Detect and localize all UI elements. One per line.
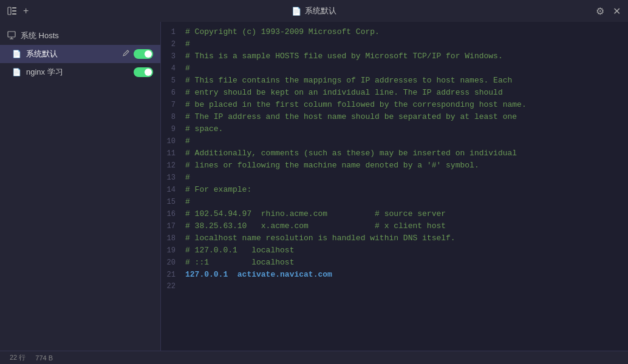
title-bar: + 📄 系统默认 ⚙ ✕	[0, 0, 628, 22]
line-number-16: 16	[161, 210, 185, 218]
title-text: 系统默认	[305, 5, 336, 16]
code-line-19: 19# 127.0.0.1 localhost	[161, 245, 628, 257]
code-line-22: 22	[161, 281, 628, 294]
line-number-7: 7	[161, 101, 185, 109]
line-number-12: 12	[161, 161, 185, 170]
line-number-18: 18	[161, 234, 185, 243]
code-line-17: 17# 38.25.63.10 x.acme.com # x client ho…	[161, 221, 628, 233]
sidebar-toggle-1[interactable]	[134, 49, 153, 59]
sidebar-item-icons-1	[122, 49, 153, 59]
code-line-10: 10#	[161, 136, 628, 148]
svg-rect-4	[8, 32, 15, 37]
code-line-14: 14# For example:	[161, 184, 628, 197]
line-number-2: 2	[161, 40, 185, 49]
editor[interactable]: 1# Copyright (c) 1993-2009 Microsoft Cor…	[161, 22, 628, 351]
sidebar-computer-icon	[7, 31, 16, 41]
line-content-21: 127.0.0.1 activate.navicat.com	[185, 270, 332, 279]
code-line-18: 18# localhost name resolution is handled…	[161, 233, 628, 245]
line-content-6: # entry should be kept on an individual …	[185, 88, 503, 97]
line-content-18: # localhost name resolution is handled w…	[185, 234, 456, 243]
main-layout: 系统 Hosts 📄 系统默认 📄 nginx 学习	[0, 22, 628, 351]
sidebar-section-label: 系统 Hosts	[21, 30, 59, 41]
code-line-12: 12# lines or following the machine name …	[161, 160, 628, 172]
line-content-4: #	[185, 64, 190, 73]
size-info: 774 B	[35, 354, 53, 362]
line-number-1: 1	[161, 28, 185, 36]
code-line-15: 15#	[161, 197, 628, 209]
svg-rect-3	[12, 13, 16, 15]
code-line-9: 9# space.	[161, 124, 628, 136]
sidebar-item-nginx[interactable]: 📄 nginx 学习	[0, 63, 160, 81]
line-number-22: 22	[161, 282, 185, 291]
line-number-19: 19	[161, 246, 185, 255]
line-number-15: 15	[161, 198, 185, 206]
code-line-11: 11# Additionally, comments (such as thes…	[161, 148, 628, 160]
title-bar-center: 📄 系统默认	[292, 5, 336, 16]
line-number-13: 13	[161, 174, 185, 182]
code-line-8: 8# The IP address and the host name shou…	[161, 112, 628, 124]
code-line-13: 13#	[161, 172, 628, 184]
line-content-9: # space.	[185, 124, 223, 133]
line-number-20: 20	[161, 258, 185, 267]
line-content-10: #	[185, 136, 190, 146]
title-file-icon: 📄	[292, 7, 301, 16]
sidebar-item-label-1: 系统默认	[26, 49, 58, 59]
sidebar-file-icon-1: 📄	[12, 50, 21, 58]
code-line-2: 2#	[161, 39, 628, 51]
line-number-6: 6	[161, 89, 185, 97]
sidebar-file-icon-2: 📄	[12, 68, 21, 76]
line-content-5: # This file contains the mappings of IP …	[185, 76, 512, 85]
line-content-2: #	[185, 39, 190, 49]
svg-rect-1	[12, 7, 16, 8]
line-content-12: # lines or following the machine name de…	[185, 161, 479, 170]
line-content-8: # The IP address and the host name shoul…	[185, 112, 517, 121]
code-line-1: 1# Copyright (c) 1993-2009 Microsoft Cor…	[161, 27, 628, 39]
code-line-5: 5# This file contains the mappings of IP…	[161, 75, 628, 87]
add-tab-icon[interactable]: +	[23, 5, 29, 16]
close-icon[interactable]: ✕	[613, 5, 621, 17]
line-content-19: # 127.0.0.1 localhost	[185, 246, 294, 255]
sidebar-item-label-2: nginx 学习	[26, 67, 63, 78]
code-line-21: 21127.0.0.1 activate.navicat.com	[161, 269, 628, 281]
code-line-16: 16# 102.54.94.97 rhino.acme.com # source…	[161, 209, 628, 221]
line-number-17: 17	[161, 222, 185, 231]
sidebar-item-icons-2	[134, 67, 153, 77]
svg-rect-0	[8, 7, 11, 15]
line-content-1: # Copyright (c) 1993-2009 Microsoft Corp…	[185, 27, 380, 36]
code-line-3: 3# This is a sample HOSTS file used by M…	[161, 51, 628, 63]
line-content-11: # Additionally, comments (such as these)…	[185, 149, 517, 158]
line-number-5: 5	[161, 76, 185, 85]
line-content-17: # 38.25.63.10 x.acme.com # x client host	[185, 221, 446, 231]
code-line-4: 4#	[161, 63, 628, 75]
sidebar: 系统 Hosts 📄 系统默认 📄 nginx 学习	[0, 22, 161, 351]
code-line-20: 20# ::1 localhost	[161, 257, 628, 269]
sidebar-section-header[interactable]: 系统 Hosts	[0, 27, 160, 45]
line-number-4: 4	[161, 64, 185, 73]
sidebar-toggle-2[interactable]	[134, 67, 153, 77]
line-number-9: 9	[161, 125, 185, 133]
line-number-11: 11	[161, 149, 185, 158]
sidebar-item-sys-default[interactable]: 📄 系统默认	[0, 45, 160, 63]
line-content-13: #	[185, 173, 190, 182]
line-number-14: 14	[161, 186, 185, 194]
line-content-14: # For example:	[185, 185, 251, 194]
sidebar-edit-icon-1[interactable]	[122, 49, 130, 59]
line-content-16: # 102.54.94.97 rhino.acme.com # source s…	[185, 209, 446, 218]
code-line-7: 7# be placed in the first column followe…	[161, 99, 628, 112]
line-content-3: # This is a sample HOSTS file used by Mi…	[185, 52, 503, 61]
editor-content: 1# Copyright (c) 1993-2009 Microsoft Cor…	[161, 22, 628, 351]
svg-rect-2	[12, 10, 16, 12]
title-bar-left: +	[7, 5, 29, 16]
title-bar-right: ⚙ ✕	[596, 5, 621, 17]
line-number-3: 3	[161, 52, 185, 61]
line-number-8: 8	[161, 113, 185, 121]
sidebar-toggle-icon[interactable]	[7, 6, 17, 16]
line-content-15: #	[185, 197, 190, 206]
line-number-10: 10	[161, 137, 185, 146]
line-content-20: # ::1 localhost	[185, 258, 294, 267]
line-info: 22 行	[10, 353, 26, 362]
line-number-21: 21	[161, 271, 185, 279]
settings-icon[interactable]: ⚙	[596, 5, 604, 17]
status-bar: 22 行 774 B	[0, 351, 628, 364]
line-content-7: # be placed in the first column followed…	[185, 100, 527, 109]
